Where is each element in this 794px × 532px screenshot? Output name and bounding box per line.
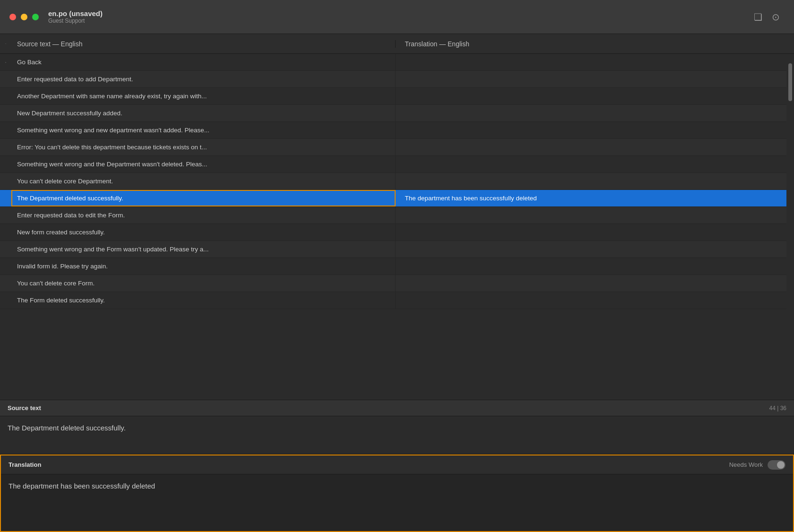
row-source[interactable]: The Form deleted successfully. <box>11 292 396 309</box>
table-row[interactable]: You can't delete core Form. <box>0 275 786 292</box>
filename: en.po (unsaved) <box>48 9 103 17</box>
table-row[interactable]: Enter requested data to add Department. <box>0 71 786 88</box>
table-row[interactable]: Something went wrong and the Form wasn't… <box>0 241 786 258</box>
maximize-button[interactable] <box>32 14 39 20</box>
translation-panel: Translation Needs Work The department ha… <box>0 455 794 532</box>
row-translation[interactable] <box>396 275 787 292</box>
row-source[interactable]: Something went wrong and the Form wasn't… <box>11 241 396 257</box>
translation-panel-content[interactable]: The department has been successfully del… <box>1 474 793 531</box>
needs-work-toggle[interactable] <box>768 460 785 470</box>
row-source[interactable]: Go Back <box>11 54 396 70</box>
row-dot <box>0 71 11 87</box>
row-dot <box>0 139 11 155</box>
edit-icon[interactable]: ❏ <box>754 11 762 23</box>
row-translation[interactable] <box>396 88 787 104</box>
row-translation[interactable] <box>396 71 787 87</box>
column-headers: · Source text — English Translation — En… <box>0 34 794 54</box>
translation-panel-header: Translation Needs Work <box>1 455 793 474</box>
row-translation[interactable] <box>396 241 787 257</box>
row-source[interactable]: New form created successfully. <box>11 224 396 240</box>
row-translation[interactable] <box>396 139 787 155</box>
row-dot <box>0 156 11 172</box>
row-source[interactable]: Another Department with same name alread… <box>11 88 396 104</box>
table-row[interactable]: Something went wrong and the Department … <box>0 156 786 173</box>
titlebar-icons: ❏ ⊙ <box>754 11 780 23</box>
table-row[interactable]: The Department deleted successfully.The … <box>0 190 786 207</box>
row-translation[interactable] <box>396 54 787 70</box>
table-row[interactable]: Invalid form id. Please try again. <box>0 258 786 275</box>
toggle-knob <box>777 461 785 469</box>
scrollbar-track[interactable] <box>786 54 794 400</box>
row-translation[interactable] <box>396 207 787 223</box>
row-source[interactable]: Enter requested data to add Department. <box>11 71 396 87</box>
history-icon[interactable]: ⊙ <box>772 11 780 23</box>
rows-container: •Go BackEnter requested data to add Depa… <box>0 54 794 400</box>
row-translation[interactable] <box>396 156 787 172</box>
row-translation[interactable] <box>396 105 787 121</box>
row-dot <box>0 258 11 275</box>
table-row[interactable]: New form created successfully. <box>0 224 786 241</box>
row-dot <box>0 173 11 189</box>
row-source[interactable]: Invalid form id. Please try again. <box>11 258 396 275</box>
rows-list: •Go BackEnter requested data to add Depa… <box>0 54 786 400</box>
translation-panel-title: Translation <box>9 461 41 468</box>
row-dot: • <box>0 54 11 70</box>
table-row[interactable]: The Form deleted successfully. <box>0 292 786 309</box>
dot-column: · <box>0 42 11 46</box>
row-dot <box>0 105 11 121</box>
traffic-lights <box>9 14 39 20</box>
table-row[interactable]: Enter requested data to edit the Form. <box>0 207 786 224</box>
row-dot <box>0 241 11 257</box>
source-panel-content: The Department deleted successfully. <box>0 416 794 454</box>
row-source[interactable]: Something went wrong and new department … <box>11 122 396 138</box>
scrollbar-thumb[interactable] <box>788 63 792 101</box>
close-button[interactable] <box>9 14 16 20</box>
source-panel-counter: 44 | 36 <box>769 405 786 412</box>
row-source[interactable]: Error: You can't delete this department … <box>11 139 396 155</box>
source-panel-title: Source text <box>8 404 41 412</box>
table-row[interactable]: •Go Back <box>0 54 786 71</box>
row-dot <box>0 292 11 309</box>
row-source[interactable]: The Department deleted successfully. <box>11 190 396 206</box>
row-source[interactable]: You can't delete core Form. <box>11 275 396 292</box>
needs-work-label: Needs Work <box>729 461 763 468</box>
minimize-button[interactable] <box>21 14 27 20</box>
project-name: Guest Support <box>48 17 103 24</box>
bottom-panels: Source text 44 | 36 The Department delet… <box>0 400 794 532</box>
titlebar: en.po (unsaved) Guest Support ❏ ⊙ <box>0 0 794 34</box>
table-row[interactable]: New Department successfully added. <box>0 105 786 122</box>
row-dot <box>0 88 11 104</box>
row-source[interactable]: You can't delete core Department. <box>11 173 396 189</box>
row-dot <box>0 224 11 240</box>
source-panel-header: Source text 44 | 36 <box>0 400 794 416</box>
row-translation[interactable] <box>396 224 787 240</box>
source-column-header: Source text — English <box>11 40 396 48</box>
row-translation[interactable] <box>396 292 787 309</box>
row-source[interactable]: New Department successfully added. <box>11 105 396 121</box>
main-area: •Go BackEnter requested data to add Depa… <box>0 54 794 532</box>
row-dot <box>0 207 11 223</box>
row-translation[interactable]: The department has been successfully del… <box>396 190 787 206</box>
row-dot <box>0 122 11 138</box>
table-row[interactable]: Another Department with same name alread… <box>0 88 786 105</box>
table-row[interactable]: Something went wrong and new department … <box>0 122 786 139</box>
row-source[interactable]: Something went wrong and the Department … <box>11 156 396 172</box>
source-panel: Source text 44 | 36 The Department delet… <box>0 400 794 455</box>
row-dot <box>0 275 11 292</box>
needs-work-area: Needs Work <box>729 460 785 470</box>
table-row[interactable]: You can't delete core Department. <box>0 173 786 190</box>
row-translation[interactable] <box>396 173 787 189</box>
row-source[interactable]: Enter requested data to edit the Form. <box>11 207 396 223</box>
row-translation[interactable] <box>396 258 787 275</box>
translation-column-header: Translation — English <box>396 40 787 48</box>
title-info: en.po (unsaved) Guest Support <box>48 9 103 24</box>
table-row[interactable]: Error: You can't delete this department … <box>0 139 786 156</box>
row-translation[interactable] <box>396 122 787 138</box>
row-dot <box>0 190 11 206</box>
